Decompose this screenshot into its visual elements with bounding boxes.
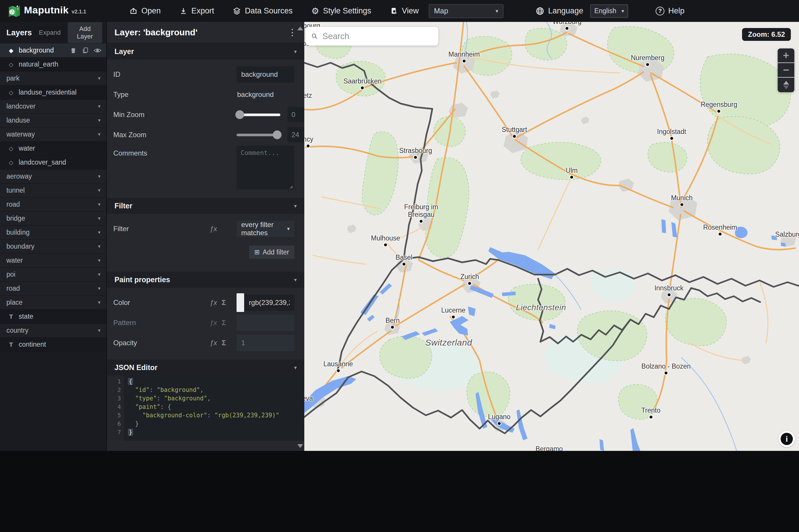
layer-row-park[interactable]: park▾ (0, 72, 106, 86)
function-icon[interactable]: ƒx (210, 319, 217, 327)
code-text[interactable]: "background-color": "rgb(239,239,239)" (124, 411, 279, 420)
layer-row-landcover[interactable]: landcover▾ (0, 99, 106, 114)
color-input[interactable] (244, 294, 294, 311)
layer-row-water[interactable]: water▾ (0, 253, 106, 268)
add-filter-icon: ⊞ (254, 248, 260, 256)
function-icon[interactable]: ƒx (210, 299, 217, 307)
layer-row-state[interactable]: Tstate (0, 310, 106, 324)
add-layer-button[interactable]: Add Layer (68, 22, 102, 43)
chevron-down-icon: ▾ (98, 299, 100, 306)
attribution-button[interactable]: i (779, 431, 795, 447)
code-text[interactable]: } (124, 420, 139, 428)
code-text[interactable]: { (124, 377, 133, 386)
open-button[interactable]: Open (129, 6, 161, 16)
layer-row-landcover_sand[interactable]: ◇landcover_sand (0, 155, 106, 170)
map-canvas[interactable]: bourgWurzburgocMannheimNurembergSaarbrüc… (304, 22, 799, 451)
export-button[interactable]: Export (179, 6, 214, 16)
expand-button[interactable]: Expand (34, 26, 66, 39)
section-filter[interactable]: Filter ▾ (107, 198, 304, 214)
info-icon: i (781, 433, 793, 445)
map-label-etz: etz (304, 92, 312, 99)
min-zoom-label: Min Zoom (113, 111, 210, 119)
diamond-icon: ◇ (7, 61, 15, 68)
section-json-editor[interactable]: JSON Editor ▾ (107, 360, 304, 376)
id-input[interactable] (237, 66, 294, 82)
chevron-down-icon: ▾ (98, 117, 100, 124)
scroll-up-icon[interactable] (297, 26, 303, 30)
layer-row-aeroway[interactable]: aeroway▾ (0, 170, 106, 184)
chevron-down-icon: ▾ (98, 285, 100, 291)
color-swatch[interactable] (237, 293, 244, 312)
layer-row-background[interactable]: ◆background (0, 43, 106, 57)
layer-row-road[interactable]: road▾ (0, 197, 106, 212)
search-input[interactable] (322, 32, 432, 41)
layer-row-tunnel[interactable]: tunnel▾ (0, 184, 106, 197)
layer-row-country[interactable]: country▾ (0, 324, 106, 338)
compass-button[interactable] (778, 78, 794, 92)
layer-row-bridge[interactable]: bridge▾ (0, 212, 106, 226)
duplicate-layer-icon[interactable] (81, 47, 89, 54)
function-icon[interactable]: ƒx (210, 225, 217, 233)
code-text[interactable]: "type": "background", (124, 394, 211, 403)
data-sources-button[interactable]: Data Sources (233, 6, 293, 16)
view-menu[interactable]: View (390, 6, 419, 16)
language-select[interactable]: English ▾ (590, 4, 628, 18)
add-filter-button[interactable]: ⊞ Add filter (249, 245, 294, 259)
data-expression-icon[interactable]: Σ (222, 319, 226, 327)
code-text[interactable]: "id": "background", (124, 386, 204, 394)
layer-label: road (6, 201, 20, 208)
city-dot (665, 372, 668, 375)
min-zoom-slider[interactable] (237, 114, 280, 116)
zoom-out-button[interactable]: − (778, 63, 794, 78)
line-number: 1 (107, 377, 124, 386)
layer-row-poi[interactable]: poi▾ (0, 268, 106, 282)
layer-row-boundary[interactable]: boundary▾ (0, 240, 106, 253)
layer-row-building[interactable]: building▾ (0, 226, 106, 240)
gear-icon: ⚙ (311, 7, 319, 16)
function-icon[interactable]: ƒx (210, 339, 217, 347)
map-label-salzburg: Salzburg (775, 231, 799, 239)
pattern-input[interactable] (237, 315, 294, 331)
style-settings-button[interactable]: ⚙ Style Settings (311, 6, 371, 16)
comments-textarea[interactable] (237, 146, 294, 189)
layer-row-water[interactable]: ◇water (0, 141, 106, 155)
code-text[interactable]: } (124, 428, 133, 437)
delete-layer-icon[interactable] (70, 47, 77, 54)
map-label-stuttgart: Stuttgart (502, 126, 527, 138)
max-zoom-row: Max Zoom (107, 126, 304, 144)
layer-row-place[interactable]: place▾ (0, 296, 106, 310)
layer-row-waterway[interactable]: waterway▾ (0, 128, 106, 141)
open-icon (129, 7, 137, 15)
slider-knob[interactable] (235, 110, 244, 119)
slider-knob[interactable] (273, 130, 281, 139)
section-layer[interactable]: Layer ▾ (107, 43, 304, 59)
max-zoom-input[interactable] (287, 127, 304, 142)
help-button[interactable]: ? Help (656, 6, 685, 16)
zoom-in-button[interactable]: + (778, 49, 794, 63)
city-dot (670, 137, 673, 140)
json-code[interactable]: 1{2 "id": "background",3 "type": "backgr… (107, 376, 304, 441)
map-label-ulm: Ulm (566, 167, 578, 178)
filter-combinator-select[interactable]: every filter matches ▾ (237, 221, 294, 237)
max-zoom-slider[interactable] (237, 134, 280, 136)
section-paint[interactable]: Paint properties ▾ (107, 272, 304, 288)
download-icon (179, 7, 187, 15)
min-zoom-input[interactable] (287, 107, 304, 122)
layer-row-landuse[interactable]: landuse▾ (0, 114, 106, 128)
chevron-down-icon: ▾ (98, 187, 100, 193)
layer-row-natural_earth[interactable]: ◇natural_earth (0, 57, 106, 72)
code-text[interactable]: "paint": { (124, 403, 171, 411)
city-dot (420, 220, 423, 223)
layer-row-continent[interactable]: Tcontinent (0, 338, 106, 352)
kebab-menu-icon[interactable]: ⋮ (288, 28, 297, 37)
opacity-input[interactable] (237, 335, 294, 351)
data-expression-icon[interactable]: Σ (222, 299, 226, 307)
chevron-down-icon: ▾ (98, 173, 100, 179)
view-select[interactable]: Map ▾ (429, 4, 503, 18)
scroll-down-icon[interactable] (297, 444, 303, 448)
layer-label: country (6, 326, 28, 335)
data-expression-icon[interactable]: Σ (222, 339, 226, 347)
visibility-icon[interactable] (93, 47, 101, 54)
layer-row-landuse_residential[interactable]: ◇landuse_residential (0, 86, 106, 99)
layer-row-road[interactable]: road▾ (0, 282, 106, 296)
